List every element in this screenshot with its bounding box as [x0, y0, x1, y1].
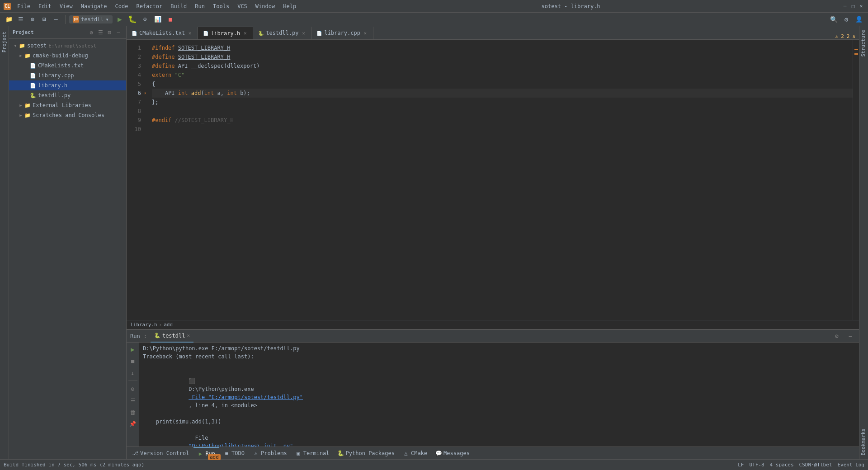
tree-item-cmake-build[interactable]: ▶ 📁 cmake-build-debug [9, 51, 126, 61]
run-filter-btn[interactable]: ☰ [128, 395, 138, 405]
settings-button[interactable]: ⚙ [841, 14, 852, 25]
titlebar-left: CL File Edit View Navigate Code Refactor… [4, 2, 300, 10]
menu-window[interactable]: Window [252, 2, 278, 10]
bottom-tab-cmake[interactable]: △ CMake [399, 447, 431, 460]
project-panel-label[interactable]: Project [0, 28, 9, 56]
code-line-4: extern "C" [152, 70, 853, 80]
bottom-tab-problems[interactable]: ⚠ Problems [249, 447, 291, 460]
tree-item-root[interactable]: ▼ 📁 sotest E:\armopt\sotest [9, 41, 126, 51]
status-bar: Build finished in 7 sec, 506 ms (2 minut… [0, 459, 868, 470]
run-button[interactable]: ▶ [114, 14, 125, 25]
run-pin-btn[interactable]: 📌 [128, 419, 138, 429]
menu-code[interactable]: Code [112, 2, 132, 10]
structure-label[interactable]: Structure [859, 26, 868, 61]
tab-cmakelists-close[interactable]: ✕ [187, 30, 193, 36]
run-colon: : [144, 333, 147, 339]
project-menu-icon[interactable]: ☰ [96, 28, 104, 37]
code-line-7: }; [152, 98, 853, 107]
run-close-btn[interactable]: — [845, 331, 855, 341]
run-stop-btn[interactable]: ■ [128, 356, 138, 366]
output-link-1[interactable]: File "E:/armopt/sotest/testdll.py" [189, 394, 303, 400]
project-collapse-icon[interactable]: — [114, 28, 123, 37]
tree-item-testdll-py[interactable]: ▶ 🐍 testdll.py [9, 90, 126, 100]
bottom-tab-python-packages[interactable]: 🐍 Python Packages [334, 447, 398, 460]
expand-icon[interactable]: ∧ [852, 33, 855, 39]
user-button[interactable]: 👤 [854, 14, 864, 25]
toolbar-collapse-icon[interactable]: — [51, 14, 61, 25]
bottom-tab-terminal[interactable]: ▣ Terminal [292, 447, 333, 460]
add-breadcrumb-badge[interactable]: add [208, 454, 221, 460]
tree-item-library-h[interactable]: ▶ 📄 library.h [9, 80, 126, 90]
menu-edit[interactable]: Edit [35, 2, 55, 10]
tree-item-scratches[interactable]: ▶ 📁 Scratches and Consoles [9, 110, 126, 120]
menu-view[interactable]: View [56, 2, 76, 10]
menu-tools[interactable]: Tools [209, 2, 233, 10]
tab-cmakelists-label: CMakeLists.txt [139, 30, 185, 36]
event-log[interactable]: Event Log [837, 462, 864, 468]
bookmarks-label[interactable]: Bookmarks [859, 425, 868, 459]
code-line-6: ● API int add(int a, int b); [152, 89, 853, 98]
run-play-btn[interactable]: ▶ [128, 344, 138, 354]
csdn-label: CSDN·@Tlbet [799, 462, 832, 468]
tab-library-h-close[interactable]: ✕ [242, 30, 248, 37]
tab-library-h[interactable]: 📄 library.h ✕ [198, 27, 253, 39]
line-bookmark: ● [145, 89, 146, 98]
toolbar-expand-icon[interactable]: ⊞ [39, 14, 50, 25]
menu-run[interactable]: Run [191, 2, 208, 10]
menu-file[interactable]: File [14, 2, 34, 10]
tree-item-cmakelists[interactable]: ▶ 📄 CMakeLists.txt [9, 61, 126, 70]
menu-help[interactable]: Help [279, 2, 300, 10]
left-panel-strip: Project [0, 26, 9, 459]
main-toolbar: 📁 ☰ ⚙ ⊞ — py testdll ▾ ▶ 🐛 ⊙ 📊 ■ 🔍 ⚙ 👤 [0, 13, 868, 26]
debug-button[interactable]: 🐛 [127, 14, 138, 25]
run-settings2-btn[interactable]: ⚙ [128, 384, 138, 394]
project-gear-icon[interactable]: ⚙ [87, 28, 95, 37]
run-output-container: ▶ ■ ↓ ⚙ ☰ 🗑 📌 D:\Python\python.exe E:/ar… [127, 343, 859, 446]
toolbar-list-icon[interactable]: ☰ [15, 14, 26, 25]
tab-testdll-label: testdll.py [266, 30, 298, 36]
toolbar-settings-icon[interactable]: ⚙ [27, 14, 38, 25]
maximize-button[interactable]: □ [850, 3, 856, 9]
breadcrumb-filename[interactable]: library.h [130, 322, 157, 328]
tab-testdll[interactable]: 🐍 testdll.py ✕ [253, 27, 311, 39]
tab-testdll-close[interactable]: ✕ [300, 30, 307, 36]
run-scroll-btn[interactable]: ↓ [128, 368, 138, 378]
run-clear-btn[interactable]: 🗑 [128, 407, 138, 417]
run-output[interactable]: D:\Python\python.exe E:/armopt/sotest/te… [139, 343, 859, 446]
run-settings-btn[interactable]: ⚙ [832, 331, 842, 341]
project-tree: ▼ 📁 sotest E:\armopt\sotest ▶ 📁 cmake-bu… [9, 39, 126, 459]
minimize-button[interactable]: ─ [842, 3, 848, 9]
close-button[interactable]: ✕ [858, 3, 864, 9]
project-settings-icon[interactable]: ⊟ [105, 28, 113, 37]
menu-refactor[interactable]: Refactor [132, 2, 166, 10]
toolbar-project-icon[interactable]: 📁 [4, 14, 14, 25]
menu-build[interactable]: Build [167, 2, 190, 10]
tab-cmakelists[interactable]: 📄 CMakeLists.txt ✕ [127, 27, 198, 39]
tab-library-cpp[interactable]: 📄 library.cpp ✕ [311, 27, 373, 39]
bottom-tab-messages[interactable]: 💬 Messages [432, 447, 473, 460]
bottom-tab-version-control[interactable]: ⎇ Version Control [128, 447, 193, 460]
tab-library-cpp-close[interactable]: ✕ [362, 30, 368, 36]
run-tab-close[interactable]: ✕ [187, 333, 190, 338]
breadcrumb-function[interactable]: add [164, 322, 173, 328]
indent[interactable]: 4 spaces [770, 462, 794, 468]
profile-button[interactable]: 📊 [152, 14, 163, 25]
bottom-toolbar: ⎇ Version Control ▶ Run ≡ TODO ⚠ Problem… [127, 446, 859, 459]
run-with-coverage-button[interactable]: ⊙ [140, 14, 151, 25]
bottom-tab-todo[interactable]: ≡ TODO [220, 447, 248, 460]
search-button[interactable]: 🔍 [828, 14, 839, 25]
cmake-label: CMake [411, 450, 427, 456]
run-tab-testdll[interactable]: 🐍 testdll ✕ [151, 330, 193, 343]
app-logo: CL [4, 3, 11, 10]
tree-item-library-cpp[interactable]: ▶ 📄 library.cpp [9, 70, 126, 80]
code-editor[interactable]: #ifndef SOTEST_LIBRARY_H #define SOTEST_… [145, 40, 853, 320]
menu-navigate[interactable]: Navigate [77, 2, 111, 10]
code-line-9: #endif //SOTEST_LIBRARY_H [152, 116, 853, 125]
encoding[interactable]: UTF-8 [749, 462, 764, 468]
run-configuration[interactable]: py testdll ▾ [69, 15, 113, 24]
output-link-2[interactable]: "D:\Python\lib\ctypes\_init_.py" [189, 443, 293, 446]
tree-item-external-libs[interactable]: ▶ 📁 External Libraries [9, 100, 126, 110]
menu-vcs[interactable]: VCS [234, 2, 251, 10]
line-sep[interactable]: LF [738, 462, 744, 468]
stop-button[interactable]: ■ [165, 14, 176, 25]
